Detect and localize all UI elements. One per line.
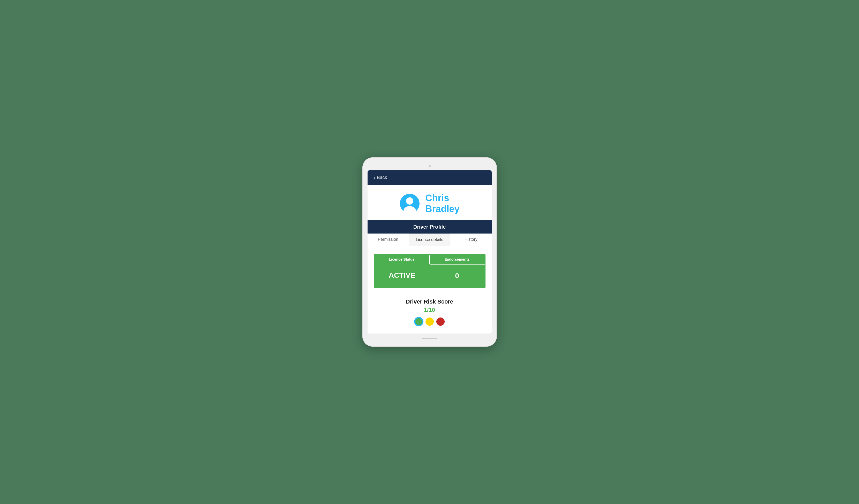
status-grid: Licence Status Endorsements ACTIVE 0 <box>374 254 485 288</box>
risk-indicators <box>374 317 485 326</box>
tab-permission[interactable]: Permission <box>367 234 409 246</box>
profile-name: Chris Bradley <box>425 193 459 214</box>
main-content: Licence Status Endorsements ACTIVE 0 Dri… <box>367 246 492 333</box>
tablet-frame: ‹ Back Chris Bradley Driver Profile <box>362 157 497 347</box>
tablet-screen: ‹ Back Chris Bradley Driver Profile <box>367 170 492 333</box>
risk-score-title: Driver Risk Score <box>374 298 485 305</box>
back-label: Back <box>377 175 387 180</box>
indicator-red <box>436 317 444 326</box>
driver-profile-title: Driver Profile <box>413 224 446 230</box>
back-button[interactable]: ‹ Back <box>374 175 387 180</box>
indicator-green <box>415 317 423 326</box>
risk-score-section: Driver Risk Score 1/10 <box>374 296 485 326</box>
back-chevron-icon: ‹ <box>374 175 375 180</box>
avatar-icon <box>400 193 420 214</box>
licence-status-header: Licence Status <box>375 255 430 264</box>
profile-section: Chris Bradley <box>367 185 492 220</box>
tab-history[interactable]: History <box>450 234 492 246</box>
tablet-home-indicator <box>422 337 437 339</box>
tab-licence-details[interactable]: Licence details <box>409 234 450 246</box>
profile-name-line1: Chris <box>425 193 459 203</box>
risk-score-value: 1/10 <box>374 306 485 313</box>
profile-name-line2: Bradley <box>425 204 459 214</box>
endorsements-header: Endorsements <box>430 255 485 264</box>
endorsements-value: 0 <box>430 264 485 287</box>
licence-status-value: ACTIVE <box>375 264 430 287</box>
driver-profile-banner: Driver Profile <box>367 220 492 234</box>
svg-point-1 <box>406 198 413 205</box>
indicator-yellow <box>425 317 434 326</box>
tabs-bar: Permission Licence details History <box>367 234 492 246</box>
tablet-camera <box>428 165 431 167</box>
header-bar: ‹ Back <box>367 170 492 185</box>
